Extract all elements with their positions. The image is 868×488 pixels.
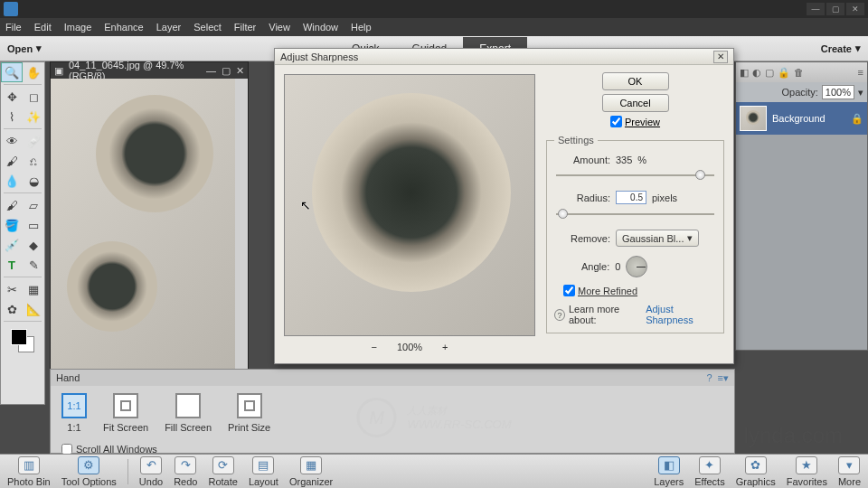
document-canvas[interactable] [51,79,235,389]
lock-icon[interactable]: 🔒 [778,67,790,79]
sponge-tool[interactable]: ◒ [23,171,44,191]
lasso-tool[interactable]: ⌇ [1,107,23,127]
crop-tool[interactable]: ✂ [1,279,23,299]
opacity-chevron-icon[interactable]: ▾ [858,87,863,99]
cancel-button[interactable]: Cancel [602,94,669,112]
layers-options: Opacity: 100% ▾ [736,82,867,102]
tool-options-button[interactable]: ⚙Tool Options [61,456,117,487]
doc-max-icon[interactable]: ▢ [222,65,231,77]
recompose-tool[interactable]: ▦ [23,279,44,299]
more-refined-checkbox[interactable]: More Refined [563,285,716,296]
photo-bin-button[interactable]: ▥Photo Bin [7,456,51,487]
menu-enhance[interactable]: Enhance [104,22,143,33]
new-layer-icon[interactable]: ◧ [740,67,749,79]
document-titlebar: ▣ 04_11_0645.jpg @ 49.7% (RGB/8) — ▢ ✕ [51,62,248,79]
more-tab-button[interactable]: ▾More [838,456,861,487]
redo-button[interactable]: ↷Redo [174,456,197,487]
brush-tool[interactable]: 🖌 [1,195,23,215]
wand-tool[interactable]: ✨ [23,107,44,127]
layout-button[interactable]: ▤Layout [249,456,278,487]
create-dropdown[interactable]: Create▾ [821,42,861,54]
redeye-tool[interactable]: 👁 [1,131,23,151]
blur-tool[interactable]: 💧 [1,171,23,191]
color-swatch[interactable] [11,329,34,352]
menu-image[interactable]: Image [64,22,92,33]
radius-label: Radius: [554,192,610,203]
radius-slider[interactable] [556,208,714,221]
type-tool[interactable]: T [1,255,23,275]
zoom-tool[interactable]: 🔍 [1,62,23,82]
open-dropdown[interactable]: Open▾ [7,42,42,54]
remove-dropdown[interactable]: Gaussian Bl...▾ [616,230,699,247]
amount-slider[interactable] [556,169,714,182]
preview-checkbox[interactable]: Preview [610,116,660,127]
menu-window[interactable]: Window [303,22,338,33]
pencil-tool[interactable]: ✎ [23,255,44,275]
dialog-preview[interactable] [284,74,535,336]
tool-options-title: Hand ?≡▾ [51,370,734,386]
zoom-fill-button[interactable]: Fill Screen [165,393,212,433]
radius-input[interactable]: 0.5 [616,191,646,204]
window-controls: — ▢ ✕ [807,3,864,15]
menu-layer[interactable]: Layer [156,22,182,33]
adjust-layer-icon[interactable]: ◐ [752,67,761,79]
learn-more-link[interactable]: Adjust Sharpness [646,304,716,325]
panel-menu-icon[interactable]: ≡ [858,67,863,78]
menu-select[interactable]: Select [193,22,222,33]
eyedropper-tool[interactable]: 💉 [1,235,23,255]
menu-filter[interactable]: Filter [234,22,256,33]
amount-label: Amount: [554,155,610,165]
maximize-button[interactable]: ▢ [826,3,844,15]
zoom-actual-button[interactable]: 1:11:1 [61,393,87,433]
menu-help[interactable]: Help [351,22,372,33]
trash-icon[interactable]: 🗑 [794,67,804,78]
close-button[interactable]: ✕ [846,3,864,15]
rotate-button[interactable]: ⟳Rotate [208,456,237,487]
help-icon[interactable]: ? [706,372,712,384]
bucket-tool[interactable]: 🪣 [1,215,23,235]
panel-menu-icon[interactable]: ≡▾ [718,372,729,384]
more-refined-input[interactable] [563,285,575,296]
shape-tool[interactable]: ◆ [23,235,44,255]
taskbar: ▥Photo Bin ⚙Tool Options ↶Undo ↷Redo ⟳Ro… [0,454,868,488]
doc-close-icon[interactable]: ✕ [236,65,244,77]
move-tool[interactable]: ✥ [1,87,23,107]
graphics-tab-button[interactable]: ✿Graphics [736,456,776,487]
zoom-fit-button[interactable]: Fit Screen [103,393,148,433]
healing-tool[interactable]: 🩹 [23,131,44,151]
eraser-tool[interactable]: ▱ [23,195,44,215]
organizer-button[interactable]: ▦Organizer [289,456,333,487]
opacity-value[interactable]: 100% [822,85,854,99]
layers-header: ◧ ◐ ▢ 🔒 🗑 ≡ [736,62,867,82]
smart-brush-tool[interactable]: 🖌 [1,151,23,171]
menu-file[interactable]: File [5,22,22,33]
hand-tool[interactable]: ✋ [23,62,44,82]
favorites-tab-button[interactable]: ★Favorites [787,456,827,487]
mask-icon[interactable]: ▢ [765,67,774,79]
effects-tab-button[interactable]: ✦Effects [694,456,724,487]
dialog-close-button[interactable]: ✕ [713,51,728,63]
zoom-print-button[interactable]: Print Size [228,393,270,433]
doc-min-icon[interactable]: — [206,65,216,76]
remove-label: Remove: [554,233,610,244]
layer-row-background[interactable]: Background 🔒 [736,102,867,135]
menu-edit[interactable]: Edit [34,22,52,33]
cookie-cutter-tool[interactable]: ✿ [1,299,23,319]
adjust-sharpness-dialog: Adjust Sharpness ✕ − 100% + OK Cancel Pr… [274,48,734,364]
straighten-tool[interactable]: 📐 [23,299,44,319]
angle-dial[interactable] [626,256,647,277]
gradient-tool[interactable]: ▭ [23,215,44,235]
dialog-titlebar[interactable]: Adjust Sharpness ✕ [275,49,733,65]
ok-button[interactable]: OK [602,72,669,90]
zoom-out-button[interactable]: − [371,342,376,352]
marquee-tool[interactable]: ◻ [23,87,44,107]
menu-view[interactable]: View [269,22,290,33]
undo-button[interactable]: ↶Undo [139,456,163,487]
radius-unit: pixels [652,192,677,203]
clone-tool[interactable]: ⎌ [23,151,44,171]
zoom-in-button[interactable]: + [442,342,448,352]
layers-tab-button[interactable]: ◧Layers [654,456,684,487]
doc-scrollbar-vertical[interactable] [235,79,248,389]
minimize-button[interactable]: — [807,3,825,15]
preview-checkbox-input[interactable] [610,116,622,127]
